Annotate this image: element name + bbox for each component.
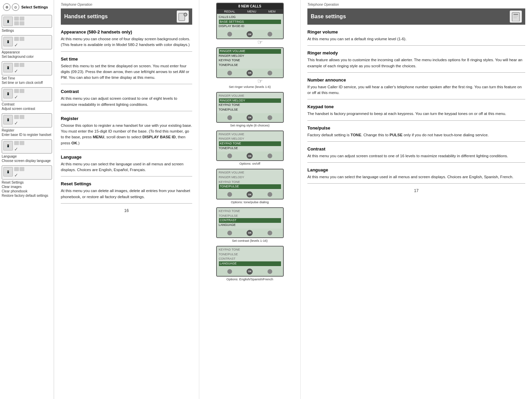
phone-4-ok-btn[interactable]: OK bbox=[247, 153, 253, 159]
reset-icon-cell-2 bbox=[20, 167, 24, 171]
phone-2-item-ringer-mel: RINGER MELODY bbox=[219, 54, 281, 58]
settings-icon-cell-2 bbox=[20, 17, 24, 21]
phone-1-redial: REDIAL bbox=[224, 10, 235, 13]
page-left: Telephone Operation Handset settings App… bbox=[54, 0, 199, 399]
phone-display-7-wrapper: KEYPAD TONE TONE/PULSE CONTRAST LANGUAGE… bbox=[216, 246, 284, 283]
sidebar-set-time-caption: Set time or turn clock on/off bbox=[2, 81, 52, 85]
phone-5-item-ringer-vol: RINGER VOLUME bbox=[219, 170, 281, 175]
phone-1-nav-left bbox=[227, 32, 232, 37]
svg-rect-6 bbox=[513, 16, 518, 17]
right-body-number-announce: If you have Caller ID service, you will … bbox=[307, 84, 525, 96]
sidebar-appearance-label: Appearance bbox=[2, 50, 52, 54]
phone-4-nav-right bbox=[268, 154, 272, 158]
phone-7-nav-right bbox=[268, 269, 272, 274]
sidebar-item-language[interactable]: 📱 ✓ Language Choose screen display langu… bbox=[2, 139, 52, 163]
appearance-device-icon: 📱 bbox=[3, 37, 13, 46]
phone-7-caption: Options: English/Spanish/French bbox=[216, 277, 284, 281]
phone-2-item-ringer-vol: RINGER VOLUME bbox=[219, 49, 281, 54]
phone-6-item-contrast: CONTRAST bbox=[219, 218, 281, 223]
sidebar-item-settings-box: 📱 bbox=[2, 15, 52, 28]
phone-1-sub-bar: REDIAL MENU MEM bbox=[217, 9, 283, 14]
sidebar-item-settings[interactable]: 📱 Settings bbox=[2, 15, 52, 32]
phone-4-buttons: OK bbox=[217, 151, 283, 160]
phone-2-caption: Set ringer volume (levels 1-6) bbox=[216, 85, 284, 89]
right-body-language: At this menu you can select the language… bbox=[307, 174, 525, 180]
contrast-device-icon: 📱 bbox=[3, 89, 13, 98]
right-body-tone-pulse: Factory default setting is TONE. Change … bbox=[307, 132, 525, 138]
sidebar-item-appearance[interactable]: 📱 ✓ Appearance Set background color bbox=[2, 35, 52, 58]
sidebar-item-language-box: 📱 ✓ bbox=[2, 139, 52, 154]
phone-4-caption: Options: on/off bbox=[216, 162, 284, 165]
sidebar-item-reset-settings[interactable]: 📱 ✓ Reset Settings Clear images Clear ph… bbox=[2, 165, 52, 197]
phone-display-3-wrapper: RINGER VOLUME RINGER MELODY KEYPAD TONE … bbox=[216, 92, 284, 129]
register-checkmark: ✓ bbox=[14, 120, 24, 126]
phone-6-item-tone-pulse: TONE/PULSE bbox=[219, 214, 281, 218]
phone-2-ok-btn[interactable]: OK bbox=[247, 70, 253, 76]
settings-device-icon: 📱 bbox=[3, 17, 13, 26]
right-section-keypad-tone: Keypad tone The handset is factory progr… bbox=[307, 104, 525, 120]
phone-7-item-language: LANGUAGE bbox=[219, 261, 281, 266]
settings-circle-icon-2: ⊙ bbox=[12, 3, 19, 11]
phone-1-nav-right bbox=[268, 32, 272, 37]
phone-7-item-contrast: CONTRAST bbox=[219, 257, 281, 261]
right-heading-ringer-volume: Ringer volume bbox=[307, 29, 525, 34]
sidebar-reset-caption-3: Restore factory default settings bbox=[2, 194, 52, 197]
phone-4-menu-list: RINGER VOLUME RINGER MELODY KEYPAD TONE … bbox=[217, 131, 283, 152]
phone-3-ok-btn[interactable]: OK bbox=[247, 115, 253, 121]
set-time-checkmark: ✓ bbox=[14, 68, 24, 74]
phone-7-menu-list: KEYPAD TONE TONE/PULSE CONTRAST LANGUAGE bbox=[217, 247, 283, 267]
left-section-appearance: Appearance (580-2 handsets only) At this… bbox=[61, 29, 192, 52]
left-section-register: Register Choose this option to register … bbox=[61, 116, 192, 150]
right-section-tone-pulse: Tone/pulse Factory default setting is TO… bbox=[307, 125, 525, 142]
phone-display-2: RINGER VOLUME RINGER MELODY KEYPAD TONE … bbox=[216, 47, 284, 78]
phone-2-buttons: OK bbox=[217, 69, 283, 77]
phone-3-item-ringer-vol: RINGER VOLUME bbox=[219, 94, 281, 98]
phone-5-item-keypad-tone: KEYPAD TONE bbox=[219, 180, 281, 185]
left-section-language: Language At this menu you can select the… bbox=[61, 155, 192, 177]
reset-device-icon: 📱 bbox=[3, 167, 13, 177]
phone-2-hand-icon: ☞ bbox=[236, 77, 284, 85]
phone-5-item-ringer-mel: RINGER MELODY bbox=[219, 175, 281, 180]
language-device-icon: 📱 bbox=[3, 141, 13, 150]
sidebar-item-register[interactable]: 📱 ✓ Register Enter base ID to register h… bbox=[2, 113, 52, 137]
right-heading-tone-pulse: Tone/pulse bbox=[307, 125, 525, 131]
sidebar-item-reset-box: 📱 ✓ bbox=[2, 165, 52, 180]
reset-icon-cell-1 bbox=[14, 167, 19, 171]
reset-checkmark: ✓ bbox=[14, 172, 24, 178]
left-heading-reset: Reset Settings bbox=[61, 181, 192, 186]
phone-2-nav-left bbox=[227, 71, 232, 75]
sidebar: ⚙ ⊙ Select Settings 📱 Settings 📱 bbox=[0, 0, 54, 399]
language-icon-cell-1 bbox=[14, 141, 19, 145]
sidebar-item-set-time[interactable]: 📱 ✓ Set Time Set time or turn clock on/o… bbox=[2, 61, 52, 85]
phone-5-ok-btn[interactable]: OK bbox=[247, 191, 253, 197]
left-heading-contrast: Contrast bbox=[61, 89, 192, 94]
phone-1-ok-btn[interactable]: OK bbox=[247, 31, 253, 37]
left-body-contrast: At this menu you can adjust screen contr… bbox=[61, 96, 192, 108]
phone-5-buttons: OK bbox=[217, 190, 283, 199]
sidebar-title: Select Settings bbox=[21, 5, 48, 9]
phone-display-2-wrapper: RINGER VOLUME RINGER MELODY KEYPAD TONE … bbox=[216, 47, 284, 91]
right-page-number: 17 bbox=[307, 188, 525, 193]
phone-3-menu-list: RINGER VOLUME RINGER MELODY KEYPAD TONE … bbox=[217, 93, 283, 113]
sidebar-register-caption: Enter base ID to register handset bbox=[2, 133, 52, 137]
register-icon-cell-1 bbox=[14, 115, 19, 119]
sidebar-header: ⚙ ⊙ Select Settings bbox=[2, 3, 52, 11]
phone-6-nav-right bbox=[268, 231, 272, 235]
phone-1-item-display-base-id: DISPLAY BASE-ID bbox=[219, 24, 281, 29]
phone-7-ok-btn[interactable]: OK bbox=[247, 268, 253, 275]
left-heading-register: Register bbox=[61, 116, 192, 121]
phone-display-7: KEYPAD TONE TONE/PULSE CONTRAST LANGUAGE… bbox=[216, 246, 284, 277]
phone-6-menu-list: KEYPAD TONE TONE/PULSE CONTRAST LANGUAGE bbox=[217, 208, 283, 229]
right-section-contrast: Contrast At this menu you can adjust scr… bbox=[307, 146, 525, 163]
phone-6-ok-btn[interactable]: OK bbox=[247, 230, 253, 236]
right-section-ringer-melody: Ringer melody This feature allows you to… bbox=[307, 50, 525, 73]
appearance-icon-cell-1 bbox=[14, 37, 19, 41]
sidebar-item-contrast[interactable]: 📱 ✓ Contrast Adjust screen contrast bbox=[2, 87, 52, 111]
left-section-set-time: Set time Select this menu to set the tim… bbox=[61, 56, 192, 85]
left-heading-language: Language bbox=[61, 155, 192, 160]
set-time-device-icon: 📱 bbox=[3, 63, 13, 72]
contrast-checkmark: ✓ bbox=[14, 94, 24, 100]
sidebar-item-contrast-box: 📱 ✓ bbox=[2, 87, 52, 101]
left-heading-appearance: Appearance (580-2 handsets only) bbox=[61, 29, 192, 34]
phone-5-nav-left bbox=[227, 192, 232, 197]
